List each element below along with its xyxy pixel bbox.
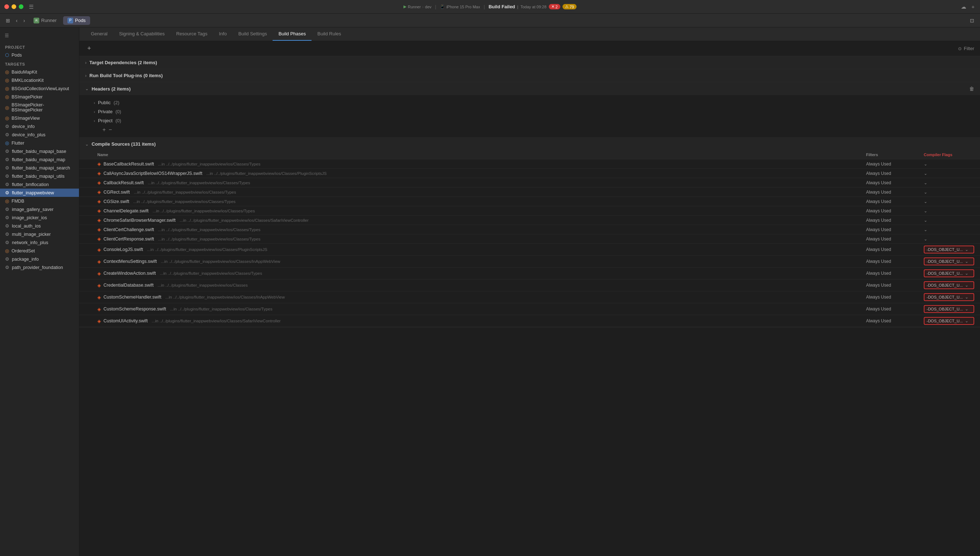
phase-header-headers[interactable]: ⌄ Headers (2 items) 🗑 xyxy=(79,82,980,95)
sidebar-item-flutter-baidu-mapapi-base[interactable]: ⚙ flutter_baidu_mapapi_base xyxy=(0,147,79,155)
forward-button[interactable]: › xyxy=(21,16,27,24)
back-button[interactable]: ‹ xyxy=(14,16,20,24)
phase-header-target-dependencies[interactable]: › Target Dependencies (2 items) xyxy=(79,56,980,69)
compiler-flags-cell[interactable]: -DOS_OBJECT_U...⌄ xyxy=(924,293,974,301)
tab-runner[interactable]: R Runner xyxy=(29,16,61,25)
sidebar-toggle[interactable]: ⊞ xyxy=(3,16,12,24)
panel-toggle-button[interactable]: ☰ xyxy=(28,3,35,11)
maximize-button[interactable] xyxy=(19,4,23,9)
tab-build-settings[interactable]: Build Settings xyxy=(232,27,273,41)
flag-dropdown-icon[interactable]: ⌄ xyxy=(965,247,969,252)
flag-empty-dropdown[interactable]: ⌄ xyxy=(924,162,927,166)
flag-dropdown-icon[interactable]: ⌄ xyxy=(965,271,969,276)
panel-right-toggle[interactable]: ⊡ xyxy=(968,16,977,24)
sidebar-item-BaiduMapKit[interactable]: ◎ BaiduMapKit xyxy=(0,68,79,76)
table-row[interactable]: ◈ ClientCertResponse.swift ...in ../../p… xyxy=(79,234,980,244)
table-row[interactable]: ◈ ChannelDelegate.swift ...in ../../plug… xyxy=(79,206,980,216)
compiler-flags-cell[interactable]: -DOS_OBJECT_U...⌄ xyxy=(924,281,974,289)
flag-empty-dropdown[interactable]: ⌄ xyxy=(924,236,927,242)
compiler-flags-cell[interactable]: -DOS_OBJECT_U...⌄ xyxy=(924,317,974,325)
flag-empty-dropdown[interactable]: ⌄ xyxy=(924,208,927,213)
sidebar-item-local-auth-ios[interactable]: ⚙ local_auth_ios xyxy=(0,222,79,230)
sidebar-item-device-info[interactable]: ⚙ device_info xyxy=(0,122,79,131)
sidebar-item-BMKLocationKit[interactable]: ◎ BMKLocationKit xyxy=(0,76,79,84)
sidebar-item-BSImagePicker[interactable]: ◎ BSImagePicker xyxy=(0,93,79,101)
compiler-flags-cell[interactable]: ⌄ xyxy=(924,227,974,232)
tab-general[interactable]: General xyxy=(85,27,113,41)
flag-dropdown-icon[interactable]: ⌄ xyxy=(965,294,969,300)
table-row[interactable]: ◈ ConsoleLogJS.swift ...in ../../plugins… xyxy=(79,244,980,255)
tab-info[interactable]: Info xyxy=(213,27,232,41)
close-button[interactable] xyxy=(4,4,9,9)
inspector-toggle[interactable]: ☰ xyxy=(3,32,10,39)
table-row[interactable]: ◈ CallbackResult.swift ...in ../../plugi… xyxy=(79,178,980,187)
table-row[interactable]: ◈ ContextMenuSettings.swift ...in ../../… xyxy=(79,255,980,268)
compiler-flags-cell[interactable]: -DOS_OBJECT_U...⌄ xyxy=(924,257,974,265)
tab-build-phases[interactable]: Build Phases xyxy=(273,27,312,41)
headers-public-subsection[interactable]: › Public (2) xyxy=(94,98,974,107)
compiler-flags-cell[interactable]: -DOS_OBJECT_U...⌄ xyxy=(924,246,974,254)
compiler-flags-cell[interactable]: ⌄ xyxy=(924,236,974,242)
sidebar-item-flutter-baidu-mapapi-utils[interactable]: ⚙ flutter_baidu_mapapi_utils xyxy=(0,172,79,180)
compiler-flags-cell[interactable]: ⌄ xyxy=(924,180,974,185)
sidebar-item-image-gallery-saver[interactable]: ⚙ image_gallery_saver xyxy=(0,205,79,213)
table-row[interactable]: ◈ CustomSchemeHandler.swift ...in ../../… xyxy=(79,291,980,303)
add-header-button[interactable]: + xyxy=(102,126,106,133)
add-tab-button[interactable]: + xyxy=(970,3,976,11)
sidebar-item-network-info-plus[interactable]: ⚙ network_info_plus xyxy=(0,238,79,247)
phase-header-compile-sources[interactable]: ⌄ Compile Sources (131 items) xyxy=(79,138,980,150)
compiler-flags-cell[interactable]: ⌄ xyxy=(924,190,974,195)
sidebar-item-flutter-inappwebview[interactable]: ⚙ flutter_inappwebview xyxy=(0,189,79,197)
tab-resource-tags[interactable]: Resource Tags xyxy=(171,27,213,41)
sidebar-item-path-provider-foundation[interactable]: ⚙ path_provider_foundation xyxy=(0,263,79,272)
table-row[interactable]: ◈ CGSize.swift ...in ../../plugins/flutt… xyxy=(79,197,980,206)
sidebar-item-image-picker-ios[interactable]: ⚙ image_picker_ios xyxy=(0,213,79,222)
sidebar-item-flutter-baidu-mapapi-search[interactable]: ⚙ flutter_baidu_mapapi_search xyxy=(0,164,79,172)
minimize-button[interactable] xyxy=(11,4,16,9)
table-row[interactable]: ◈ ClientCertChallenge.swift ...in ../../… xyxy=(79,225,980,234)
table-row[interactable]: ◈ ChromeSafariBrowserManager.swift ...in… xyxy=(79,216,980,225)
flag-empty-dropdown[interactable]: ⌄ xyxy=(924,199,927,204)
sidebar-item-flutter-baidu-mapapi-map[interactable]: ⚙ flutter_baidu_mapapi_map xyxy=(0,155,79,164)
table-row[interactable]: ◈ BaseCallbackResult.swift ...in ../../p… xyxy=(79,159,980,169)
sidebar-item-BSImagePickerBSImagePicker[interactable]: ◎ BSImagePicker-BSImagePicker xyxy=(0,101,79,114)
tab-build-rules[interactable]: Build Rules xyxy=(312,27,347,41)
sidebar-item-multi-image-picker[interactable]: ⚙ multi_image_picker xyxy=(0,230,79,238)
add-phase-button[interactable]: + xyxy=(85,44,94,53)
sidebar-item-flutter-bmflocation[interactable]: ⚙ flutter_bmflocation xyxy=(0,180,79,189)
phase-header-run-build-tool[interactable]: › Run Build Tool Plug-ins (0 items) xyxy=(79,69,980,82)
flag-dropdown-icon[interactable]: ⌄ xyxy=(965,259,969,264)
sidebar-item-OrderedSet[interactable]: ◎ OrderedSet xyxy=(0,247,79,255)
compiler-flags-cell[interactable]: ⌄ xyxy=(924,208,974,213)
flag-dropdown-icon[interactable]: ⌄ xyxy=(965,318,969,323)
sidebar-item-FMDB[interactable]: ◎ FMDB xyxy=(0,197,79,205)
flag-dropdown-icon[interactable]: ⌄ xyxy=(965,307,969,312)
table-row[interactable]: ◈ CredentialDatabase.swift ...in ../../p… xyxy=(79,280,980,291)
sidebar-item-Flutter[interactable]: ◎ Flutter xyxy=(0,139,79,147)
headers-project-subsection[interactable]: › Project (0) xyxy=(94,116,974,125)
headers-delete-icon[interactable]: 🗑 xyxy=(969,86,974,92)
cloud-icon[interactable]: ☁ xyxy=(960,3,967,11)
table-row[interactable]: ◈ CustomSchemeResponse.swift ...in ../..… xyxy=(79,303,980,315)
compiler-flags-cell[interactable]: -DOS_OBJECT_U...⌄ xyxy=(924,269,974,277)
flag-empty-dropdown[interactable]: ⌄ xyxy=(924,171,927,176)
flag-empty-dropdown[interactable]: ⌄ xyxy=(924,190,927,195)
sidebar-item-BSGridCollectionViewLayout[interactable]: ◎ BSGridCollectionViewLayout xyxy=(0,84,79,93)
table-row[interactable]: ◈ CGRect.swift ...in ../../plugins/flutt… xyxy=(79,187,980,197)
sidebar-item-BSImageView[interactable]: ◎ BSImageView xyxy=(0,114,79,122)
compiler-flags-cell[interactable]: ⌄ xyxy=(924,171,974,176)
headers-private-subsection[interactable]: › Private (0) xyxy=(94,107,974,116)
table-row[interactable]: ◈ CreateWindowAction.swift ...in ../../p… xyxy=(79,268,980,280)
compiler-flags-cell[interactable]: -DOS_OBJECT_U...⌄ xyxy=(924,305,974,313)
flag-empty-dropdown[interactable]: ⌄ xyxy=(924,218,927,223)
window-controls[interactable] xyxy=(4,4,23,9)
flag-empty-dropdown[interactable]: ⌄ xyxy=(924,227,927,232)
compiler-flags-cell[interactable]: ⌄ xyxy=(924,218,974,223)
tab-signing[interactable]: Signing & Capabilities xyxy=(113,27,170,41)
flag-empty-dropdown[interactable]: ⌄ xyxy=(924,180,927,185)
sidebar-item-package-info[interactable]: ⚙ package_info xyxy=(0,255,79,263)
table-row[interactable]: ◈ CallAsyncJavaScriptBelowIOS14WrapperJS… xyxy=(79,169,980,178)
flag-dropdown-icon[interactable]: ⌄ xyxy=(965,283,969,288)
sidebar-item-pods-project[interactable]: ⬡ Pods xyxy=(0,51,79,59)
remove-header-button[interactable]: − xyxy=(108,126,112,133)
